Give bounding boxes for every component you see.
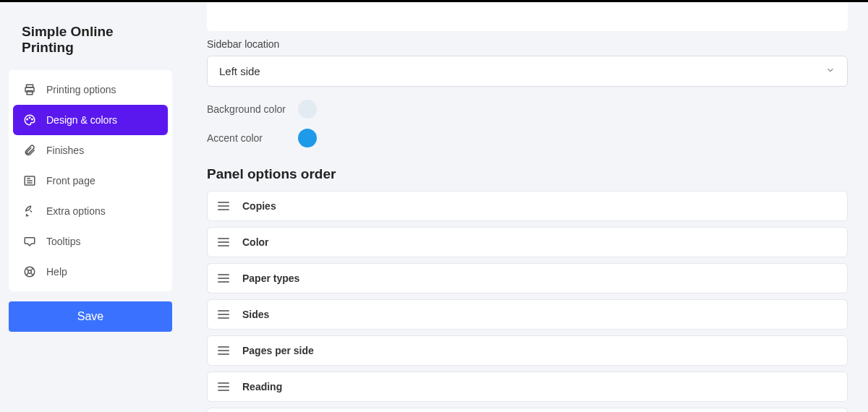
message-icon [23,235,36,248]
panel-order-list: Copies Color Paper types Sides Pages per… [207,191,848,412]
drag-handle-icon[interactable] [218,310,229,319]
svg-point-5 [32,119,33,120]
sidebar-item-extra-options[interactable]: Extra options [13,196,168,226]
save-button[interactable]: Save [9,301,172,332]
sidebar-nav: Printing options Design & colors Finishe… [9,70,172,291]
sidebar-item-label: Help [46,266,67,278]
sidebar-item-help[interactable]: Help [13,257,168,287]
sidebar-item-label: Design & colors [46,114,117,126]
sidebar-item-label: Extra options [46,205,106,217]
panel-order-item[interactable]: Paper types [207,263,848,293]
panel-order-item[interactable]: Finishes [207,408,848,412]
drag-handle-icon[interactable] [218,382,229,391]
sidebar-item-label: Printing options [46,84,116,95]
sidebar: Simple Online Printing Printing options … [0,2,181,412]
sidebar-item-tooltips[interactable]: Tooltips [13,226,168,257]
panel-order-item[interactable]: Copies [207,191,848,221]
panel-order-item[interactable]: Sides [207,299,848,330]
select-value: Left side [219,65,260,77]
drag-handle-icon[interactable] [218,202,229,210]
sidebar-item-design-colors[interactable]: Design & colors [13,105,168,135]
svg-point-3 [27,119,28,120]
panel-order-item[interactable]: Pages per side [207,335,848,366]
svg-line-15 [31,268,33,270]
svg-line-12 [26,268,28,270]
panel-order-label: Color [242,236,269,248]
panel-order-item[interactable]: Reading [207,372,848,402]
background-color-row: Background color [207,100,848,119]
svg-point-11 [28,270,32,274]
rocket-icon [23,205,36,218]
accent-color-swatch[interactable] [298,129,317,147]
sidebar-location-label: Sidebar location [207,38,848,50]
panel-order-label: Sides [242,309,269,320]
newspaper-icon [23,174,36,187]
background-color-label: Background color [207,103,286,115]
panel-order-item[interactable]: Color [207,227,848,257]
svg-point-4 [29,117,30,119]
background-color-swatch[interactable] [298,100,317,119]
palette-icon [23,113,36,126]
accent-color-label: Accent color [207,132,286,144]
panel-order-label: Pages per side [242,345,314,356]
app-title: Simple Online Printing [9,2,181,70]
sidebar-item-label: Finishes [46,145,84,156]
panel-order-label: Reading [242,381,282,392]
svg-line-13 [31,273,33,275]
drag-handle-icon[interactable] [218,274,229,283]
sidebar-location-select[interactable]: Left side [207,56,848,87]
help-icon [23,265,36,278]
sidebar-item-printing-options[interactable]: Printing options [13,74,168,105]
panel-order-label: Copies [242,200,276,212]
sidebar-item-front-page[interactable]: Front page [13,166,168,196]
sidebar-item-label: Tooltips [46,236,80,247]
svg-line-14 [26,273,28,275]
drag-handle-icon[interactable] [218,238,229,246]
printer-icon [23,83,36,96]
panel-order-title: Panel options order [207,166,848,182]
drag-handle-icon[interactable] [218,346,229,355]
sidebar-item-finishes[interactable]: Finishes [13,135,168,166]
chevron-down-icon [825,65,835,77]
main-content: Sidebar location Left side Background co… [181,2,868,412]
sidebar-item-label: Front page [46,175,95,186]
panel-placeholder [207,2,848,31]
panel-order-label: Paper types [242,272,299,284]
paperclip-icon [23,144,36,157]
accent-color-row: Accent color [207,129,848,147]
